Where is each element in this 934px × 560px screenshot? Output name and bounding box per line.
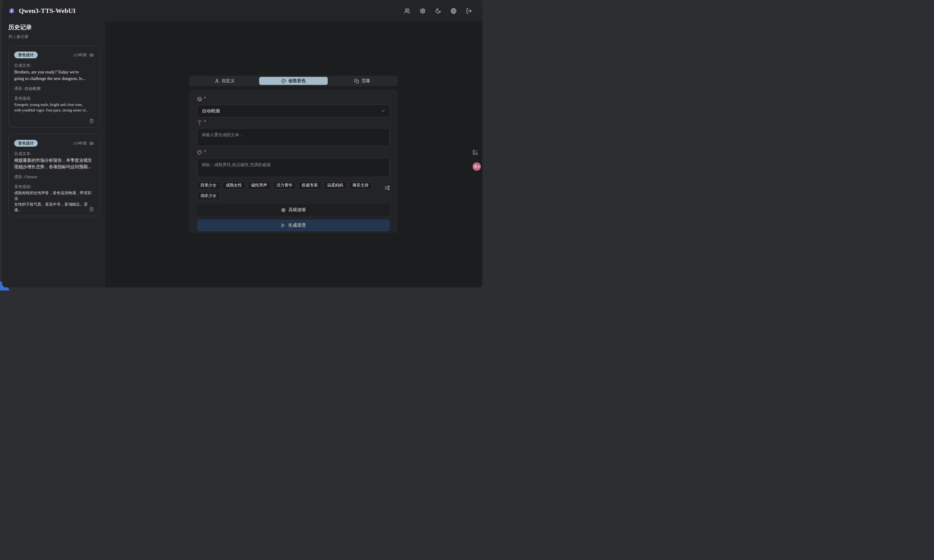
preset-tag[interactable]: 温柔妈妈 bbox=[324, 182, 347, 189]
desc-field-label: * bbox=[197, 150, 390, 155]
card-header: 音色设计 2小时前 bbox=[14, 52, 94, 58]
synth-text: Brothers, are you ready? Today we're goi… bbox=[14, 69, 94, 82]
eye-icon[interactable] bbox=[89, 141, 94, 146]
voice-desc: Energetic young male, bright and clear t… bbox=[14, 102, 94, 113]
card-type-badge: 音色设计 bbox=[14, 52, 38, 58]
card-type-badge: 音色设计 bbox=[14, 140, 38, 147]
preset-tag[interactable]: 磁性男声 bbox=[248, 182, 271, 189]
card-header: 音色设计 2小时前 bbox=[14, 140, 94, 147]
language-label: 语言: bbox=[14, 174, 23, 179]
logout-icon[interactable] bbox=[466, 8, 472, 14]
translate-fab[interactable]: 文A bbox=[473, 162, 481, 171]
card-meta: 2小时前 bbox=[73, 52, 94, 58]
preset-tag[interactable]: 俏皮少女 bbox=[197, 192, 220, 200]
generate-speech-button[interactable]: 生成语音 bbox=[197, 220, 390, 231]
synth-text-line: 根据最新的市场分析报告，本季度业绩呈 bbox=[14, 157, 94, 164]
card-time: 2小时前 bbox=[73, 52, 87, 58]
required-asterisk: * bbox=[204, 96, 206, 101]
settings-icon[interactable] bbox=[420, 8, 425, 14]
preset-tags: 甜美少女 成熟女性 磁性男声 活力青年 权威专家 温柔妈妈 播音主持 俏皮少女 bbox=[197, 182, 378, 200]
card-meta: 2小时前 bbox=[73, 141, 94, 146]
tab-label: 自定义 bbox=[222, 78, 235, 84]
header: Qwen3-TTS-WebUI bbox=[2, 0, 482, 22]
preset-tag[interactable]: 播音主持 bbox=[349, 182, 372, 189]
earth-icon bbox=[197, 97, 202, 102]
card-language: 语言: 自动检测 bbox=[14, 86, 94, 91]
language-value: Chinese bbox=[25, 174, 37, 179]
palette-icon bbox=[281, 79, 286, 83]
header-actions bbox=[404, 8, 472, 14]
extension-grid-sparkle-icon[interactable] bbox=[472, 149, 478, 155]
translate-fab-label: 文A bbox=[474, 164, 480, 169]
tab-custom[interactable]: 自定义 bbox=[190, 77, 259, 85]
card-time: 2小时前 bbox=[73, 141, 87, 146]
text-label: 合成文本: bbox=[14, 63, 94, 68]
voice-desc: 成熟知性的女性声音，音色温润饱满，带有职业 女性的干练气质。音高中等，音域稳定。… bbox=[14, 190, 94, 213]
shuffle-icon[interactable] bbox=[385, 185, 390, 191]
history-card[interactable]: 音色设计 2小时前 合成文本: Brothers, are you ready?… bbox=[8, 46, 100, 128]
eye-icon[interactable] bbox=[89, 53, 94, 57]
preset-tags-row: 甜美少女 成熟女性 磁性男声 活力青年 权威专家 温柔妈妈 播音主持 俏皮少女 bbox=[197, 182, 390, 200]
preset-tag[interactable]: 甜美少女 bbox=[197, 182, 220, 189]
synth-text: 根据最新的市场分析报告，本季度业绩呈 现稳步增长态势，各项指标均达到预期... bbox=[14, 157, 94, 170]
user-icon bbox=[215, 79, 219, 83]
moon-icon[interactable] bbox=[435, 8, 441, 14]
chevron-down-icon bbox=[381, 109, 385, 113]
voice-desc-line: with youthful vigor. Fast pace, strong s… bbox=[14, 108, 94, 113]
language-field-label: * bbox=[197, 96, 390, 102]
voice-desc-line: 成熟知性的女性声音，音色温润饱满，带有职业 bbox=[14, 190, 94, 201]
required-asterisk: * bbox=[204, 120, 206, 125]
tab-clone[interactable]: 克隆 bbox=[328, 77, 396, 85]
users-icon[interactable] bbox=[404, 8, 410, 14]
required-asterisk: * bbox=[204, 149, 206, 154]
voice-desc-line: Energetic young male, bright and clear t… bbox=[14, 102, 94, 108]
voice-desc-line: 女性的干练气质。音高中等，音域稳定。语速... bbox=[14, 202, 94, 213]
preset-tag[interactable]: 活力青年 bbox=[273, 182, 296, 189]
generate-speech-label: 生成语音 bbox=[288, 222, 306, 228]
app-logo-icon bbox=[8, 8, 15, 14]
mode-tabbar: 自定义 创造音色 克隆 bbox=[189, 75, 398, 86]
synth-text-line: Brothers, are you ready? Today we're bbox=[14, 69, 94, 75]
language-select-value: 自动检测 bbox=[202, 108, 220, 114]
palette-icon bbox=[197, 150, 202, 155]
preset-tag[interactable]: 权威专家 bbox=[298, 182, 321, 189]
trash-icon[interactable] bbox=[89, 207, 94, 211]
desc-label: 音色描述: bbox=[14, 184, 94, 189]
history-title: 历史记录 bbox=[8, 23, 100, 31]
tab-label: 创造音色 bbox=[288, 78, 306, 84]
language-select[interactable]: 自动检测 bbox=[197, 105, 390, 117]
language-label: 语言: bbox=[14, 86, 23, 91]
tab-create-voice[interactable]: 创造音色 bbox=[259, 77, 328, 85]
advanced-options-button[interactable]: 高级选项 bbox=[197, 205, 390, 216]
type-icon bbox=[197, 120, 202, 125]
text-field-label: * bbox=[197, 120, 390, 125]
history-count: 共 2 条记录 bbox=[8, 34, 100, 40]
app-title: Qwen3-TTS-WebUI bbox=[19, 7, 76, 15]
main-area: 自定义 创造音色 克隆 * 自动检测 * bbox=[105, 22, 482, 288]
synth-text-line: going to challenge the new dungeon, le..… bbox=[14, 75, 94, 82]
text-label: 合成文本: bbox=[14, 151, 94, 157]
preset-tag[interactable]: 成熟女性 bbox=[222, 182, 245, 189]
advanced-options-label: 高级选项 bbox=[288, 207, 306, 213]
globe-icon[interactable] bbox=[451, 8, 456, 14]
gear-icon bbox=[281, 208, 286, 212]
create-voice-panel: * 自动检测 * * 甜美少女 成熟女性 磁性男声 活 bbox=[189, 89, 398, 233]
trash-icon[interactable] bbox=[89, 118, 94, 123]
card-language: 语言: Chinese bbox=[14, 174, 94, 180]
copy-icon bbox=[354, 79, 359, 83]
history-card[interactable]: 音色设计 2小时前 合成文本: 根据最新的市场分析报告，本季度业绩呈 现稳步增长… bbox=[8, 134, 100, 216]
tab-label: 克隆 bbox=[361, 78, 370, 84]
synth-text-line: 现稳步增长态势，各项指标均达到预期... bbox=[14, 164, 94, 170]
synthesis-text-input[interactable] bbox=[197, 128, 390, 146]
play-icon bbox=[281, 223, 285, 228]
voice-description-input[interactable] bbox=[197, 158, 390, 177]
desc-label: 音色描述: bbox=[14, 96, 94, 101]
language-value: 自动检测 bbox=[25, 86, 40, 91]
app-window: Qwen3-TTS-WebUI 历史记录 共 2 条记录 音色 bbox=[2, 0, 482, 288]
history-sidebar: 历史记录 共 2 条记录 音色设计 2小时前 合成文本: Brothers, a… bbox=[2, 22, 105, 288]
